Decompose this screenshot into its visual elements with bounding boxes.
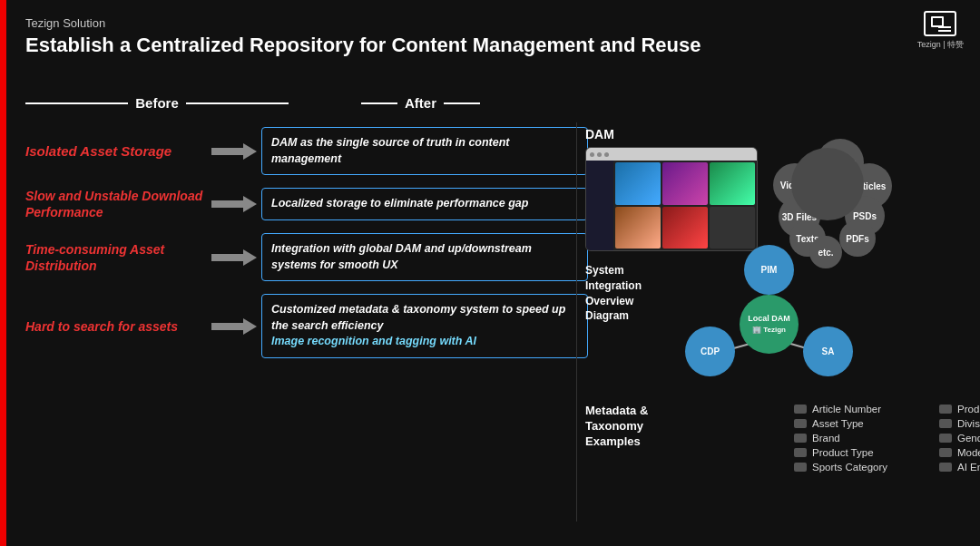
arrow-4: [207, 317, 261, 336]
svg-marker-0: [211, 143, 257, 160]
browser-content: [586, 161, 757, 250]
diagram-area: PIM Local DAM🏢 Tezign CDP SA: [681, 245, 862, 390]
after-box-2: Localized storage to eliminate performan…: [261, 188, 588, 220]
browser-dot-2: [597, 152, 602, 157]
meta-text-4: Division: [957, 418, 980, 429]
meta-text-10: AI Enabled Tags: [957, 462, 980, 473]
meta-icon-9: [794, 463, 807, 472]
metadata-grid: Article Number Product Color Asset Type …: [794, 404, 980, 473]
arrow-1: [207, 141, 261, 161]
meta-item-2: Product Color: [939, 404, 980, 414]
meta-item-6: Gender: [939, 433, 980, 444]
thumb-4: [615, 207, 661, 249]
after-box-3: Integration with global DAM and up/downs…: [261, 233, 588, 281]
before-header: Before: [25, 95, 289, 111]
local-dam-label: Local DAM🏢 Tezign: [748, 314, 790, 335]
dash-right2: [444, 102, 480, 104]
pim-node: PIM: [744, 245, 794, 295]
logo-text: Tezign | 特赞: [917, 39, 964, 51]
meta-text-9: Sports Category: [812, 462, 887, 473]
metadata-section: Metadata &TaxonomyExamples Article Numbe…: [585, 404, 966, 457]
after-header: After: [361, 95, 480, 111]
meta-icon-1: [794, 405, 807, 414]
bubble-group: Images Videos Articles 3D Files PSDs Tex…: [762, 134, 894, 243]
before-after-header: Before After: [25, 95, 588, 111]
thumb-6: [710, 207, 755, 249]
logo-area: Tezign | 特赞: [917, 11, 964, 51]
meta-text-8: Model Name: [957, 447, 980, 458]
meta-icon-8: [939, 448, 952, 457]
meta-icon-6: [939, 434, 952, 443]
meta-item-1: Article Number: [794, 404, 921, 414]
red-accent-bar: [0, 0, 6, 546]
meta-item-7: Product Type: [794, 447, 921, 458]
row-4: Hard to search for assets Customized met…: [25, 294, 588, 358]
before-text-1: Isolated Asset Storage: [25, 142, 207, 161]
solution-label: Tezign Solution: [25, 16, 701, 30]
thumb-1: [615, 162, 661, 205]
svg-marker-1: [211, 196, 257, 212]
meta-item-3: Asset Type: [794, 418, 921, 429]
dash-left2: [361, 102, 397, 104]
thumb-2: [662, 162, 708, 205]
browser-sidebar: [586, 161, 613, 250]
before-text-3: Time-consuming Asset Distribution: [25, 241, 207, 274]
row-2: Slow and Unstable Download Performance L…: [25, 188, 588, 220]
system-section: SystemIntegrationOverviewDiagram: [585, 263, 676, 324]
browser-dot-3: [604, 152, 609, 157]
meta-item-9: Sports Category: [794, 462, 921, 473]
dam-section: DAM: [585, 127, 758, 251]
meta-icon-10: [939, 463, 952, 472]
thumb-5: [662, 207, 708, 249]
after-box-4: Customized metadata & taxonomy system to…: [261, 294, 588, 358]
before-text-2: Slow and Unstable Download Performance: [25, 188, 207, 220]
svg-marker-2: [211, 249, 257, 266]
dash-right: [186, 102, 289, 104]
logo-icon: [924, 11, 956, 36]
meta-text-2: Product Color: [957, 404, 980, 414]
after-box-1: DAM as the single source of truth in con…: [261, 127, 588, 175]
vertical-divider: [576, 122, 577, 522]
content-rows: Isolated Asset Storage DAM as the single…: [25, 127, 588, 371]
dam-label: DAM: [585, 127, 758, 141]
thumb-3: [710, 162, 755, 205]
cdp-node: CDP: [685, 327, 735, 376]
local-dam-node: Local DAM🏢 Tezign: [740, 295, 799, 354]
meta-item-5: Brand: [794, 433, 921, 444]
bubble-center: [791, 148, 864, 220]
browser-main: [613, 161, 757, 250]
meta-text-6: Gender: [957, 433, 980, 444]
meta-text-1: Article Number: [812, 404, 881, 414]
meta-item-4: Division: [939, 418, 980, 429]
arrow-3: [207, 248, 261, 268]
after-label-text: After: [405, 95, 436, 111]
meta-text-5: Brand: [812, 433, 840, 444]
main-title: Establish a Centralized Repository for C…: [25, 34, 701, 57]
sa-node: SA: [803, 327, 853, 376]
row-1: Isolated Asset Storage DAM as the single…: [25, 127, 588, 175]
before-text-4: Hard to search for assets: [25, 318, 207, 335]
header: Tezign Solution Establish a Centralized …: [25, 16, 701, 57]
before-label-text: Before: [135, 95, 179, 111]
arrow-2: [207, 194, 261, 214]
meta-icon-4: [939, 419, 952, 428]
meta-icon-2: [939, 405, 952, 414]
meta-item-8: Model Name: [939, 447, 980, 458]
browser-mockup: [585, 147, 758, 251]
dash-left: [25, 102, 128, 104]
meta-icon-7: [794, 448, 807, 457]
system-label: SystemIntegrationOverviewDiagram: [585, 263, 676, 324]
svg-marker-3: [211, 318, 257, 335]
meta-text-3: Asset Type: [812, 418, 864, 429]
browser-bar: [586, 148, 757, 161]
meta-text-7: Product Type: [812, 447, 874, 458]
meta-icon-5: [794, 434, 807, 443]
meta-item-10: AI Enabled Tags: [939, 462, 980, 473]
meta-icon-3: [794, 419, 807, 428]
row-3: Time-consuming Asset Distribution Integr…: [25, 233, 588, 281]
browser-dot-1: [590, 152, 594, 157]
file-bubbles: Images Videos Articles 3D Files PSDs Tex…: [762, 134, 894, 243]
